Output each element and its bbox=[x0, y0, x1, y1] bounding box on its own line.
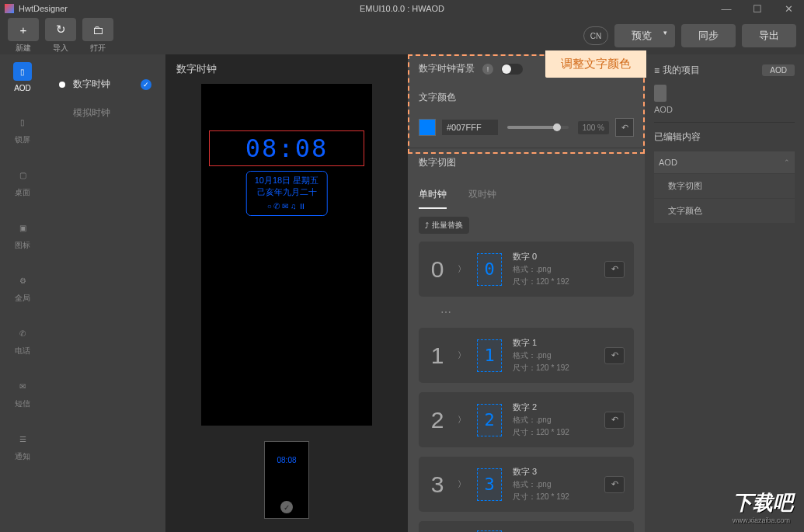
rail-icon: ⚙ bbox=[13, 271, 32, 290]
digit-format: 格式：.png bbox=[513, 415, 593, 426]
rail-icon: ☰ bbox=[13, 429, 32, 448]
rail-label: 通知 bbox=[15, 451, 30, 462]
module-analog-clock[interactable]: 模拟时钟 bbox=[45, 99, 165, 127]
minimize-button[interactable]: — bbox=[711, 0, 742, 17]
sync-button[interactable]: 同步 bbox=[681, 24, 736, 47]
language-toggle[interactable]: CN bbox=[583, 26, 608, 45]
nav-rail: ▯AOD▯锁屏▢桌面▣图标⚙全局✆电话✉短信☰通知 bbox=[0, 54, 45, 532]
date-panel[interactable]: 10月18日 星期五 己亥年九月二十 ○ ✆ ✉ ♫ ⏸ bbox=[246, 171, 328, 216]
rail-label: 桌面 bbox=[15, 187, 30, 198]
tree-item[interactable]: 文字颜色 bbox=[654, 199, 795, 224]
rail-label: AOD bbox=[14, 84, 31, 92]
text-color-label: 文字颜色 bbox=[419, 91, 456, 104]
watermark: 下载吧 www.xiazaiba.com bbox=[733, 489, 793, 524]
module-digital-clock[interactable]: 数字时钟 ✓ bbox=[45, 70, 165, 99]
phone-canvas[interactable]: 08:08 10月18日 星期五 己亥年九月二十 ○ ✆ ✉ ♫ ⏸ bbox=[201, 84, 372, 426]
digit-name: 数字 0 bbox=[513, 251, 593, 263]
tab-double-clock[interactable]: 双时钟 bbox=[468, 182, 496, 209]
upload-icon: ⤴ bbox=[425, 221, 429, 230]
project-tag: AOD bbox=[762, 64, 795, 76]
digit-format: 格式：.png bbox=[513, 264, 593, 275]
clock-selection[interactable]: 08:08 bbox=[209, 130, 364, 166]
app-name: HwtDesigner bbox=[19, 4, 68, 13]
tree-root[interactable]: AOD ⌃ bbox=[654, 151, 795, 174]
digit-name: 数字 2 bbox=[513, 402, 593, 413]
preview-button[interactable]: 预览 bbox=[614, 24, 675, 47]
rail-item-全局[interactable]: ⚙全局 bbox=[13, 271, 32, 304]
rail-item-短信[interactable]: ✉短信 bbox=[13, 377, 32, 409]
check-icon: ✓ bbox=[141, 79, 151, 90]
document-title: EMUI10.0.0 : HWAOD bbox=[360, 4, 444, 13]
thumb-time: 08:08 bbox=[277, 456, 296, 464]
project-node-label[interactable]: AOD bbox=[654, 105, 673, 114]
digit-preview: 1 bbox=[477, 339, 502, 372]
breadcrumb-label[interactable]: 我的项目 bbox=[663, 64, 700, 77]
digit-preview: 2 bbox=[477, 404, 502, 436]
tree-item-label: 文字颜色 bbox=[668, 205, 702, 217]
rail-item-电话[interactable]: ✆电话 bbox=[13, 324, 32, 356]
rail-icon: ▣ bbox=[13, 218, 32, 237]
close-button[interactable]: ✕ bbox=[773, 0, 804, 17]
rail-icon: ✉ bbox=[13, 377, 32, 395]
bg-section-label: 数字时钟背景 bbox=[419, 62, 475, 75]
batch-replace-button[interactable]: ⤴ 批量替换 bbox=[419, 217, 469, 234]
date-line-1: 10月18日 星期五 bbox=[255, 175, 319, 186]
digit-format: 格式：.png bbox=[513, 479, 593, 490]
rail-item-图标[interactable]: ▣图标 bbox=[13, 218, 32, 251]
rail-label: 锁屏 bbox=[15, 134, 30, 145]
digit-original: 1 bbox=[428, 342, 447, 369]
digit-preview: 0 bbox=[477, 253, 502, 286]
callout-label: 调整文字颜色 bbox=[545, 50, 646, 78]
breadcrumb-icon: ≡ bbox=[654, 65, 660, 76]
digit-reset-button[interactable]: ↶ bbox=[604, 412, 625, 429]
maximize-button[interactable]: ☐ bbox=[742, 0, 773, 17]
rail-label: 图标 bbox=[15, 240, 30, 251]
rail-icon: ▯ bbox=[13, 62, 32, 81]
rail-item-锁屏[interactable]: ▯锁屏 bbox=[13, 113, 32, 145]
tab-single-clock[interactable]: 单时钟 bbox=[419, 182, 447, 209]
opacity-slider[interactable] bbox=[507, 126, 569, 129]
info-icon[interactable]: ! bbox=[482, 64, 493, 75]
color-hex-input[interactable] bbox=[442, 120, 498, 135]
import-button[interactable]: ↻ bbox=[45, 18, 76, 41]
digit-size: 尺寸：120 * 192 bbox=[513, 427, 593, 438]
canvas-title: 数字时钟 bbox=[165, 54, 228, 84]
rail-item-通知[interactable]: ☰通知 bbox=[13, 429, 32, 462]
new-button[interactable]: + bbox=[8, 18, 39, 41]
thumb-check-icon: ✓ bbox=[280, 501, 293, 513]
open-label: 打开 bbox=[90, 43, 106, 54]
rail-item-AOD[interactable]: ▯AOD bbox=[13, 62, 32, 92]
app-logo bbox=[5, 4, 14, 13]
digit-size: 尺寸：120 * 192 bbox=[513, 363, 593, 374]
digit-name: 数字 3 bbox=[513, 466, 593, 478]
digit-card-1[interactable]: 1〉1数字 1格式：.png尺寸：120 * 192↶ bbox=[419, 328, 634, 383]
digit-size: 尺寸：120 * 192 bbox=[513, 492, 593, 502]
bg-toggle[interactable] bbox=[501, 64, 523, 75]
opacity-value: 100 % bbox=[578, 121, 609, 134]
digit-card-4[interactable]: 4〉4数字 4↶ bbox=[419, 521, 634, 532]
digit-card-2[interactable]: 2〉2数字 2格式：.png尺寸：120 * 192↶ bbox=[419, 392, 634, 447]
export-button[interactable]: 导出 bbox=[742, 24, 796, 47]
digit-reset-button[interactable]: ↶ bbox=[604, 476, 625, 493]
digit-card-0[interactable]: 0〉0数字 0格式：.png尺寸：120 * 192↶ bbox=[419, 242, 634, 297]
import-label: 导入 bbox=[53, 43, 68, 54]
digit-reset-button[interactable]: ↶ bbox=[604, 347, 625, 364]
preview-thumbnail[interactable]: 08:08 ✓ bbox=[264, 441, 309, 519]
color-swatch[interactable] bbox=[419, 119, 436, 136]
arrow-right-icon: 〉 bbox=[458, 263, 466, 275]
new-label: 新建 bbox=[16, 43, 31, 54]
reset-color-button[interactable]: ↶ bbox=[615, 118, 634, 137]
watermark-url: www.xiazaiba.com bbox=[733, 516, 793, 524]
tree-item[interactable]: 数字切图 bbox=[654, 174, 795, 199]
rail-icon: ▢ bbox=[13, 165, 32, 184]
module-label: 数字时钟 bbox=[73, 78, 110, 91]
digit-name: 数字 1 bbox=[513, 337, 593, 349]
project-node-icon[interactable] bbox=[654, 85, 667, 102]
digit-card-3[interactable]: 3〉3数字 3格式：.png尺寸：120 * 192↶ bbox=[419, 457, 634, 512]
rail-icon: ▯ bbox=[13, 113, 32, 131]
digit-reset-button[interactable]: ↶ bbox=[604, 261, 625, 278]
rail-item-桌面[interactable]: ▢桌面 bbox=[13, 165, 32, 198]
open-button[interactable]: 🗀 bbox=[82, 18, 113, 41]
digit-section-label: 数字切图 bbox=[419, 156, 456, 169]
digit-original: 3 bbox=[428, 471, 447, 498]
